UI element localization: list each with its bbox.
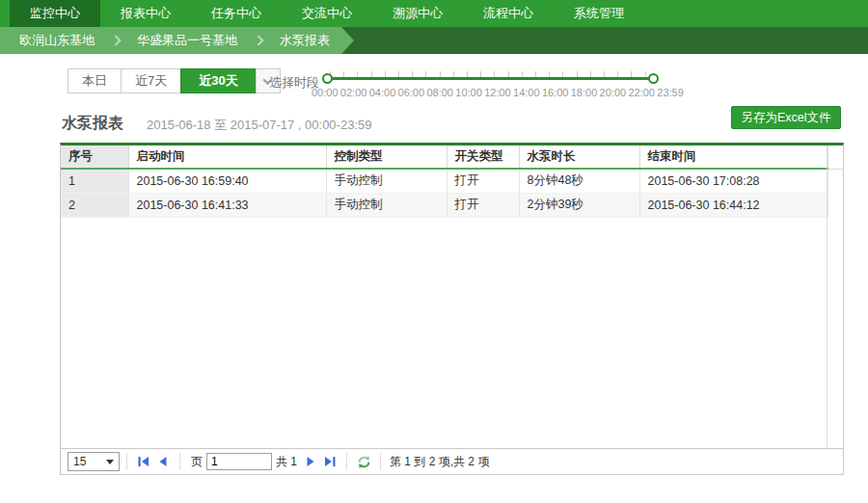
cell: 2 bbox=[61, 193, 128, 217]
time-tick-label: 16:00 bbox=[542, 87, 569, 98]
chevron-right-icon bbox=[110, 35, 121, 45]
cell: 2分钟39秒 bbox=[519, 193, 639, 217]
slider-track bbox=[326, 77, 655, 80]
last-page-icon bbox=[323, 455, 337, 468]
total-pages-label: 共 1 bbox=[276, 454, 297, 470]
column-header: 启动时间 bbox=[128, 146, 326, 169]
column-header: 结束时间 bbox=[639, 146, 827, 169]
time-tick-label: 04:00 bbox=[369, 87, 396, 98]
page-size-select[interactable]: 15 bbox=[68, 452, 120, 471]
pagination-status: 第 1 到 2 项,共 2 项 bbox=[390, 454, 489, 470]
range-button[interactable]: 本日 bbox=[68, 68, 122, 93]
page-label: 页 bbox=[191, 454, 203, 470]
cell: 1 bbox=[61, 169, 128, 193]
column-header: 开关类型 bbox=[447, 146, 519, 169]
date-range-filter: 本日近7天近30天 bbox=[68, 68, 281, 93]
time-tick-label: 06:00 bbox=[398, 87, 425, 98]
nav-item[interactable]: 任务中心 bbox=[191, 0, 282, 27]
chevron-right-icon bbox=[253, 35, 263, 45]
time-tick-label: 23:59 bbox=[657, 87, 684, 98]
range-buttons: 本日近7天近30天 bbox=[68, 68, 256, 93]
divider bbox=[346, 453, 347, 470]
water-pump-report-page: 监控中心报表中心任务中心交流中心溯源中心流程中心系统管理 欧润山东基地华盛果品一… bbox=[0, 0, 868, 503]
breadcrumb: 欧润山东基地华盛果品一号基地水泵报表 bbox=[0, 27, 868, 54]
time-tick-label: 10:00 bbox=[455, 87, 482, 98]
prev-page-button[interactable] bbox=[155, 454, 171, 469]
time-tick-label: 20:00 bbox=[600, 87, 627, 98]
cell: 打开 bbox=[447, 169, 519, 193]
caret-down-icon bbox=[106, 460, 114, 464]
divider bbox=[380, 453, 381, 470]
divider bbox=[126, 453, 127, 470]
breadcrumb-arrow-icon bbox=[341, 27, 354, 54]
column-header: 水泵时长 bbox=[519, 146, 639, 169]
cell: 打开 bbox=[447, 193, 519, 217]
cell: 2015-06-30 16:44:12 bbox=[639, 193, 827, 217]
column-header: 控制类型 bbox=[326, 146, 447, 169]
slider-handle-start[interactable] bbox=[322, 73, 333, 84]
report-date-range: 2015-06-18 至 2015-07-17 , 00:00-23:59 bbox=[147, 117, 371, 134]
nav-item[interactable]: 流程中心 bbox=[463, 0, 554, 27]
table-row[interactable]: 12015-06-30 16:59:40手动控制打开8分钟48秒2015-06-… bbox=[61, 169, 843, 193]
cell: 8分钟48秒 bbox=[519, 169, 639, 193]
grid-header-row: 序号启动时间控制类型开关类型水泵时长结束时间 bbox=[61, 146, 843, 169]
cell: 2015-06-30 17:08:28 bbox=[639, 169, 827, 193]
refresh-button[interactable] bbox=[356, 454, 371, 469]
scrollbar-track bbox=[827, 146, 827, 448]
slider-handle-end[interactable] bbox=[648, 73, 659, 84]
last-page-button[interactable] bbox=[322, 454, 338, 469]
breadcrumb-item[interactable]: 华盛果品一号基地 bbox=[125, 27, 249, 54]
time-tick-label: 02:00 bbox=[340, 87, 367, 98]
table-row[interactable]: 22015-06-30 16:41:33手动控制打开2分钟39秒2015-06-… bbox=[61, 193, 843, 217]
report-table: 序号启动时间控制类型开关类型水泵时长结束时间 12015-06-30 16:59… bbox=[61, 146, 843, 218]
first-page-button[interactable] bbox=[136, 454, 151, 469]
time-scale: 00:0002:0004:0006:0008:0010:0012:0014:00… bbox=[312, 87, 684, 98]
breadcrumb-list: 欧润山东基地华盛果品一号基地水泵报表 bbox=[0, 27, 341, 54]
cell: 2015-06-30 16:41:33 bbox=[128, 193, 326, 217]
cell: 手动控制 bbox=[326, 169, 447, 193]
time-tick-label: 14:00 bbox=[513, 87, 540, 98]
range-button[interactable]: 近30天 bbox=[180, 68, 256, 93]
breadcrumb-item[interactable]: 欧润山东基地 bbox=[8, 27, 106, 54]
report-grid: 序号启动时间控制类型开关类型水泵时长结束时间 12015-06-30 16:59… bbox=[60, 143, 844, 475]
scrollbar-column bbox=[827, 193, 843, 217]
time-tick-label: 08:00 bbox=[426, 87, 453, 98]
export-excel-button[interactable]: 另存为Excel文件 bbox=[731, 106, 841, 129]
cell: 手动控制 bbox=[326, 193, 447, 217]
time-slider[interactable] bbox=[326, 70, 655, 85]
grid-body: 12015-06-30 16:59:40手动控制打开8分钟48秒2015-06-… bbox=[61, 169, 843, 217]
scrollbar-column bbox=[827, 169, 843, 193]
time-tick-label: 12:00 bbox=[484, 87, 511, 98]
nav-item[interactable]: 溯源中心 bbox=[372, 0, 463, 27]
nav-item[interactable]: 交流中心 bbox=[282, 0, 372, 27]
nav-item[interactable]: 系统管理 bbox=[554, 0, 644, 27]
prev-page-icon bbox=[156, 455, 170, 468]
nav-item[interactable]: 监控中心 bbox=[10, 0, 100, 27]
next-page-button[interactable] bbox=[303, 454, 318, 469]
time-tick-label: 18:00 bbox=[571, 87, 598, 98]
page-size-value: 15 bbox=[73, 455, 86, 468]
next-page-icon bbox=[304, 455, 317, 468]
time-tick-label: 00:00 bbox=[312, 87, 339, 98]
column-header: 序号 bbox=[61, 146, 128, 169]
refresh-icon bbox=[357, 455, 371, 469]
nav-item[interactable]: 报表中心 bbox=[100, 0, 191, 27]
cell: 2015-06-30 16:59:40 bbox=[128, 169, 326, 193]
pagination-bar: 15 页 共 1 bbox=[61, 448, 843, 474]
breadcrumb-item[interactable]: 水泵报表 bbox=[268, 27, 341, 54]
first-page-icon bbox=[137, 455, 150, 468]
range-button[interactable]: 近7天 bbox=[121, 68, 181, 93]
main-nav: 监控中心报表中心任务中心交流中心溯源中心流程中心系统管理 bbox=[0, 0, 868, 27]
divider bbox=[179, 453, 180, 470]
scrollbar-column bbox=[827, 146, 843, 169]
page-input[interactable] bbox=[206, 453, 272, 470]
time-tick-label: 22:00 bbox=[628, 87, 655, 98]
page-title: 水泵报表 bbox=[62, 114, 123, 134]
